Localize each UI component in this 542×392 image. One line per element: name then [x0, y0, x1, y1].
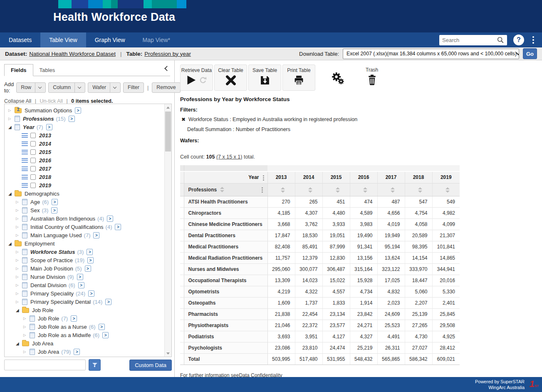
detail-button[interactable]: > — [74, 349, 80, 355]
addto-filter-button[interactable]: Filter — [123, 82, 144, 93]
remove-filter-icon[interactable]: ✖ — [181, 117, 186, 122]
drag-handle-icon[interactable] — [22, 133, 28, 138]
dataset-link[interactable]: National Health Workforce Dataset — [29, 51, 116, 57]
sort-icon[interactable] — [391, 187, 395, 193]
tab-table-view[interactable]: Table View — [40, 32, 86, 47]
search-box[interactable] — [439, 35, 507, 45]
clear-table-button[interactable]: Clear Table — [214, 65, 247, 91]
drag-handle-icon[interactable] — [22, 183, 28, 188]
expand-arrow-icon[interactable]: ▷ — [16, 275, 22, 279]
help-button[interactable]: ? — [513, 35, 524, 45]
checkbox[interactable] — [30, 166, 36, 171]
tree-item-label[interactable]: 2017 — [39, 166, 51, 172]
tree-item-label[interactable]: Job Role as a Nurse — [38, 324, 87, 330]
detail-button[interactable]: > — [75, 107, 81, 114]
expand-arrow-icon[interactable]: ▷ — [16, 300, 22, 304]
tree-item-label[interactable]: Year — [23, 124, 35, 130]
collapse-arrow-icon[interactable]: ◢ — [8, 241, 15, 246]
detail-button[interactable]: > — [87, 249, 93, 255]
detail-button[interactable]: > — [77, 274, 83, 280]
detail-button[interactable]: > — [107, 216, 113, 222]
scrollbar-thumb[interactable] — [165, 112, 171, 151]
addto-row-button[interactable]: Row — [16, 82, 46, 93]
collapse-arrow-icon[interactable]: ◢ — [16, 308, 22, 313]
tree-item-label[interactable]: Nurse Division — [30, 274, 65, 280]
tree-item-label[interactable]: Job Role — [38, 315, 59, 322]
expand-arrow-icon[interactable]: ▷ — [23, 333, 30, 337]
header-menu-icon[interactable] — [262, 189, 263, 191]
expand-arrow-icon[interactable]: ▷ — [23, 350, 30, 354]
tree-item-label[interactable]: 2018 — [39, 174, 51, 180]
settings-button[interactable] — [330, 71, 345, 84]
addto-column-button[interactable]: Column — [48, 82, 85, 93]
sort-icon[interactable] — [363, 187, 367, 193]
tree-item-label[interactable]: Job Role — [32, 307, 53, 313]
chevron-down-icon[interactable] — [74, 83, 81, 92]
sort-icon[interactable] — [445, 187, 450, 193]
scroll-down-button[interactable] — [165, 350, 171, 357]
chevron-down-icon[interactable] — [110, 83, 116, 92]
tree-item-label[interactable]: Job Role as a Midwife — [38, 332, 91, 338]
sort-icon[interactable] — [220, 187, 224, 192]
tree-item-label[interactable]: Primary Speciality Dental — [30, 299, 91, 305]
expand-arrow-icon[interactable]: ▷ — [23, 316, 30, 320]
tab-fields[interactable]: Fields — [4, 64, 33, 76]
sort-icon[interactable] — [418, 187, 422, 193]
tree-item-label[interactable]: Australian Born Indigenous — [30, 216, 95, 222]
field-filter-button[interactable] — [89, 359, 101, 371]
detail-button[interactable]: > — [78, 282, 84, 288]
tree-item-label[interactable]: Sex — [30, 207, 40, 213]
checkbox[interactable] — [30, 183, 36, 188]
untick-all-link[interactable]: Un-tick All — [40, 98, 63, 104]
tree-item-label[interactable]: 2013 — [39, 132, 51, 139]
detail-button[interactable]: > — [71, 315, 77, 322]
expand-arrow-icon[interactable]: ▷ — [16, 258, 22, 262]
tab-tables[interactable]: Tables — [33, 65, 62, 76]
detail-button[interactable]: > — [88, 290, 94, 297]
drag-handle-icon[interactable] — [22, 175, 28, 179]
detail-button[interactable]: > — [93, 232, 99, 238]
checkbox[interactable] — [30, 158, 36, 163]
tree-item-label[interactable]: Scope of Practice — [30, 257, 73, 263]
detail-button[interactable]: > — [105, 299, 111, 305]
checkbox[interactable] — [30, 141, 36, 146]
expand-arrow-icon[interactable]: ▷ — [8, 117, 15, 121]
expand-arrow-icon[interactable]: ▷ — [16, 250, 22, 254]
tree-item-label[interactable]: 2019 — [39, 182, 51, 189]
tab-graph-view[interactable]: Graph View — [86, 32, 134, 47]
checkbox[interactable] — [30, 149, 36, 155]
collapse-arrow-icon[interactable]: ◢ — [16, 341, 22, 346]
expand-arrow-icon[interactable]: ▷ — [16, 216, 22, 221]
table-link[interactable]: Profession by year — [144, 51, 191, 57]
detail-button[interactable]: > — [102, 332, 109, 338]
tree-item-label[interactable]: Initial Country of Qualifications — [30, 224, 104, 230]
collapse-all-link[interactable]: Collapse All — [4, 98, 31, 104]
detail-button[interactable]: > — [52, 199, 58, 205]
tree-item-label[interactable]: Job Area — [32, 340, 53, 347]
tree-item-label[interactable]: 2016 — [39, 157, 51, 164]
detail-button[interactable]: > — [46, 124, 52, 130]
tree-item-label[interactable]: 2014 — [39, 141, 51, 147]
tree-item-label[interactable]: Workforce Status — [30, 249, 75, 255]
tree-item-label[interactable]: Dental Division — [30, 282, 67, 288]
tree-item-label[interactable]: Main Language Used — [30, 232, 82, 238]
cell-count-link[interactable]: (7 x 15 x 1) — [216, 154, 243, 160]
detail-button[interactable]: > — [115, 224, 121, 230]
sort-icon[interactable] — [336, 187, 340, 193]
expand-arrow-icon[interactable]: ▷ — [16, 266, 22, 270]
tree-item-label[interactable]: Summation Options — [25, 107, 72, 114]
overflow-menu-icon[interactable] — [530, 35, 536, 45]
addto-wafer-button[interactable]: Wafer — [88, 82, 121, 93]
header-menu-icon[interactable] — [263, 177, 264, 179]
expand-arrow-icon[interactable]: ▷ — [23, 325, 30, 329]
go-button[interactable]: Go — [523, 48, 537, 59]
sort-icon[interactable] — [281, 187, 285, 193]
detail-button[interactable]: > — [69, 116, 75, 122]
tree-item-label[interactable]: Primary Speciality — [30, 290, 74, 297]
drag-handle-icon[interactable] — [22, 158, 28, 163]
detail-button[interactable]: > — [85, 265, 91, 272]
expand-arrow-icon[interactable]: ▷ — [16, 233, 22, 237]
drag-handle-icon[interactable] — [22, 166, 28, 171]
scroll-up-button[interactable] — [165, 104, 171, 111]
expand-arrow-icon[interactable]: ▷ — [16, 200, 22, 204]
